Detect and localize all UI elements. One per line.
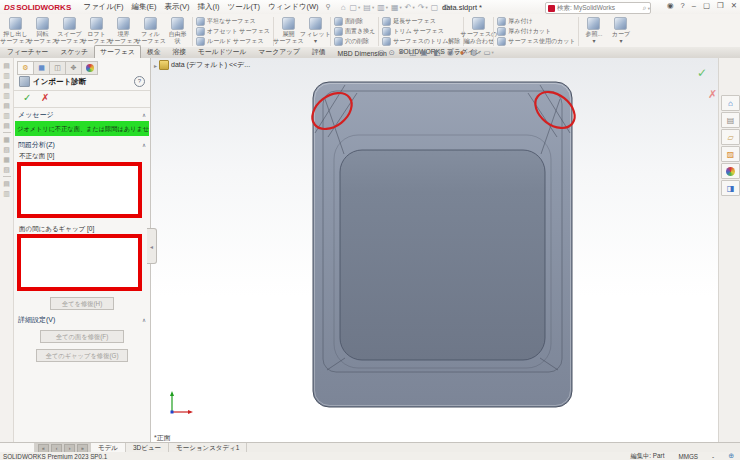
- redo-icon[interactable]: ↷▾: [418, 3, 428, 12]
- command-tab[interactable]: サーフェス: [94, 45, 141, 58]
- command-tab[interactable]: スケッチ: [54, 45, 94, 58]
- cancel-button[interactable]: ✗: [41, 92, 49, 103]
- propertymanager-tab[interactable]: ⚙: [17, 61, 34, 75]
- help-icon[interactable]: ?: [681, 1, 685, 10]
- search-dropdown-icon[interactable]: ▾: [648, 6, 650, 11]
- ribbon-button-large[interactable]: カーブ ▾: [607, 15, 634, 48]
- edit-appearance-icon[interactable]: ●▾: [460, 48, 468, 57]
- ribbon-button-large[interactable]: 自由形状: [164, 15, 191, 48]
- home-icon[interactable]: ⌂: [341, 3, 347, 12]
- zoom-area-icon[interactable]: ⊙: [389, 48, 396, 57]
- ribbon-button-large[interactable]: 展開サーフェス: [275, 15, 302, 48]
- ribbon-button-small[interactable]: 延長サーフェス: [380, 17, 462, 26]
- menu-item[interactable]: ツール(T): [224, 2, 264, 12]
- gaps-list[interactable]: [17, 234, 142, 291]
- feature-icon[interactable]: ▥: [3, 92, 10, 99]
- command-tab[interactable]: フィーチャー: [1, 45, 54, 58]
- feature-icon[interactable]: [3, 132, 11, 133]
- menu-item[interactable]: 挿入(I): [194, 2, 224, 12]
- command-tab[interactable]: 評価: [306, 45, 332, 58]
- analysis-section-header[interactable]: 問題分析(Z)∧: [18, 140, 146, 150]
- feature-icon[interactable]: ▤: [3, 102, 10, 109]
- ribbon-button-small[interactable]: トリム サーフェス: [380, 27, 462, 36]
- pin-icon[interactable]: ⚲: [326, 3, 331, 11]
- hide-show-items-icon[interactable]: ◉▾: [447, 48, 457, 57]
- view-settings-icon[interactable]: ▭▾: [483, 48, 493, 57]
- previous-view-icon[interactable]: ↶: [399, 48, 406, 57]
- ribbon-button-small[interactable]: 厚み付け: [495, 17, 577, 26]
- part-body[interactable]: [313, 82, 572, 407]
- menu-item[interactable]: ファイル(F): [79, 2, 127, 12]
- feature-icon[interactable]: ▤: [3, 82, 10, 89]
- search-box[interactable]: 検索: MySolidWorks ⌕ ▾: [545, 2, 651, 14]
- feature-icon[interactable]: ▧: [3, 146, 10, 153]
- feature-icon[interactable]: ▥: [3, 190, 10, 197]
- ribbon-button-small[interactable]: 穴の削除: [332, 37, 377, 46]
- advanced-section-header[interactable]: 詳細設定(V)∧: [18, 315, 146, 325]
- appearances-tab[interactable]: [721, 163, 740, 179]
- command-tab[interactable]: マークアップ: [252, 45, 306, 58]
- ribbon-button-large[interactable]: サーフェスの編み合わせ: [465, 15, 492, 48]
- ribbon-button-large[interactable]: 押し出しサーフェス: [2, 15, 29, 48]
- home-tab[interactable]: ⌂: [721, 95, 740, 111]
- menu-item[interactable]: ウィンドウ(W): [264, 2, 322, 12]
- ribbon-button-small[interactable]: 平坦なサーフェス: [194, 17, 272, 26]
- apply-scene-icon[interactable]: ◍▾: [471, 48, 481, 57]
- ribbon-button-small[interactable]: 面削除: [332, 17, 377, 26]
- ribbon-button-large[interactable]: フィルサーフェス: [137, 15, 164, 48]
- feature-icon[interactable]: ▦: [3, 156, 10, 163]
- dimxpertmanager-tab[interactable]: ◫: [49, 61, 66, 75]
- globe-icon[interactable]: ⊕: [728, 452, 734, 460]
- close-icon[interactable]: ✕: [731, 1, 737, 10]
- units-indicator[interactable]: MMGS: [678, 453, 698, 460]
- ribbon-button-large[interactable]: スイープサーフェス: [56, 15, 83, 48]
- model-3d-view[interactable]: [151, 58, 718, 442]
- ribbon-button-small[interactable]: オフセット サーフェス: [194, 27, 272, 36]
- help-icon[interactable]: ?: [134, 76, 145, 87]
- feature-icon[interactable]: ▥: [3, 72, 10, 79]
- graphics-viewport[interactable]: ▸ data (デフォルト) <<デ... ✓ ✗ *正面: [151, 58, 718, 442]
- confirmation-cancel-icon[interactable]: ✗: [708, 88, 717, 101]
- ribbon-button-small[interactable]: サーフェス使用のカット: [495, 37, 577, 46]
- ribbon-button-large[interactable]: 参照... ▾: [580, 15, 607, 48]
- displaymanager-tab[interactable]: ✥: [65, 61, 82, 75]
- ribbon-button-small[interactable]: 厚み付けカット: [495, 27, 577, 36]
- faulty-faces-list[interactable]: [17, 162, 142, 218]
- minimize-icon[interactable]: –: [692, 1, 696, 10]
- feature-tree-flyout[interactable]: ▸ data (デフォルト) <<デ...: [154, 60, 250, 70]
- menu-item[interactable]: 編集(E): [128, 2, 161, 12]
- user-account-icon[interactable]: ◉: [667, 1, 674, 10]
- ribbon-button-large[interactable]: 回転サーフェス: [29, 15, 56, 48]
- ribbon-button-small[interactable]: 面置き換え: [332, 27, 377, 36]
- view-palette-tab[interactable]: ▨: [721, 146, 740, 162]
- configurationmanager-tab[interactable]: ▦: [33, 61, 50, 75]
- ribbon-button-large[interactable]: ロフトサーフェス: [83, 15, 110, 48]
- feature-icon[interactable]: ▤: [3, 180, 10, 187]
- design-library-tab[interactable]: ▤: [721, 112, 740, 128]
- view-orientation-icon[interactable]: ▣▾: [420, 48, 430, 57]
- file-explorer-tab[interactable]: ▱: [721, 129, 740, 145]
- confirmation-ok-icon[interactable]: ✓: [697, 66, 707, 80]
- display-style-icon[interactable]: ◧▾: [434, 48, 444, 57]
- new-document-icon[interactable]: ▢▾: [349, 3, 360, 12]
- zoom-fit-icon[interactable]: ◎: [378, 48, 386, 57]
- message-section-header[interactable]: メッセージ∧: [18, 110, 146, 120]
- ribbon-button-large[interactable]: フィレット ▾: [302, 15, 329, 48]
- command-tab[interactable]: 溶接: [166, 45, 192, 58]
- command-tab[interactable]: 板金: [141, 45, 167, 58]
- print-icon[interactable]: ▦▾: [391, 3, 402, 12]
- feature-icon[interactable]: ▦: [3, 136, 10, 143]
- open-icon[interactable]: ▤▾: [363, 3, 374, 12]
- expand-icon[interactable]: ▸: [154, 62, 157, 69]
- maximize-icon[interactable]: ▢: [703, 1, 710, 10]
- panel-collapse-handle[interactable]: ◂: [147, 228, 157, 264]
- ribbon-button-large[interactable]: 境界サーフェス: [110, 15, 137, 48]
- restore-icon[interactable]: ❐: [717, 1, 724, 10]
- feature-icon[interactable]: ▤: [3, 62, 10, 69]
- feature-icon[interactable]: [3, 176, 11, 177]
- custom-properties-tab[interactable]: ◨: [721, 180, 740, 196]
- feature-icon[interactable]: ▧: [3, 166, 10, 173]
- select-icon[interactable]: ▢: [431, 3, 440, 12]
- save-icon[interactable]: ▥▾: [377, 3, 388, 12]
- heal-all-button[interactable]: 全てを修復(H): [50, 297, 114, 310]
